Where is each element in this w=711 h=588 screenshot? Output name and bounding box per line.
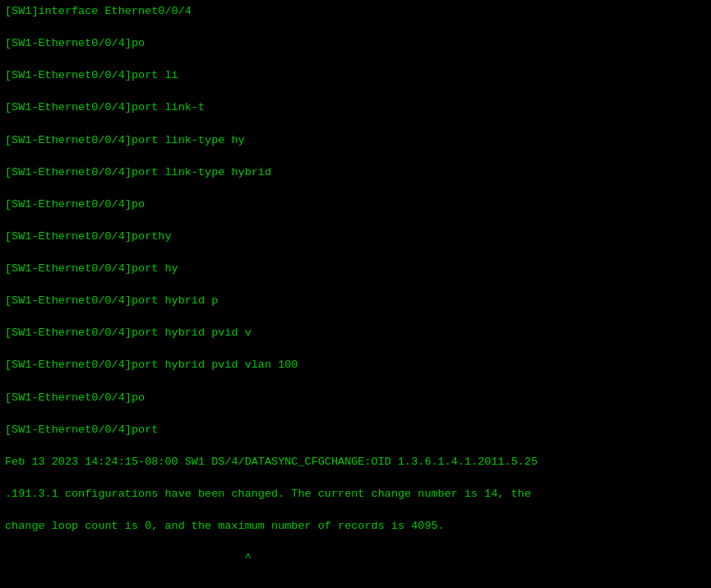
terminal-window[interactable]: [SW1]interface Ethernet0/0/4 [SW1-Ethern… bbox=[0, 0, 711, 588]
terminal-line: [SW1-Ethernet0/0/4]po bbox=[5, 390, 706, 406]
terminal-line: [SW1-Ethernet0/0/4]po bbox=[5, 197, 706, 213]
terminal-line: [SW1]interface Ethernet0/0/4 bbox=[5, 3, 706, 20]
terminal-line: [SW1-Ethernet0/0/4]port hybrid pvid vlan… bbox=[5, 357, 706, 373]
terminal-blank-line bbox=[5, 582, 706, 588]
terminal-line: [SW1-Ethernet0/0/4]porthy bbox=[5, 229, 706, 245]
terminal-line: [SW1-Ethernet0/0/4]po bbox=[5, 35, 706, 52]
terminal-line: .191.3.1 configurations have been change… bbox=[5, 486, 706, 502]
terminal-line: [SW1-Ethernet0/0/4]port link-type hy bbox=[5, 132, 706, 149]
terminal-line: [SW1-Ethernet0/0/4]port hybrid p bbox=[5, 293, 706, 309]
terminal-line: [SW1-Ethernet0/0/4]port bbox=[5, 422, 706, 438]
terminal-line: [SW1-Ethernet0/0/4]port hy bbox=[5, 261, 706, 277]
terminal-line: [SW1-Ethernet0/0/4]port hybrid pvid v bbox=[5, 325, 706, 341]
terminal-line: [SW1-Ethernet0/0/4]port link-t bbox=[5, 100, 706, 116]
terminal-line: Feb 13 2023 14:24:15-08:00 SW1 DS/4/DATA… bbox=[5, 454, 706, 470]
terminal-line: [SW1-Ethernet0/0/4]port li bbox=[5, 67, 706, 84]
terminal-line: ^ bbox=[5, 550, 706, 567]
terminal-line: change loop count is 0, and the maximum … bbox=[5, 518, 706, 535]
terminal-line: [SW1-Ethernet0/0/4]port link-type hybrid bbox=[5, 164, 706, 181]
